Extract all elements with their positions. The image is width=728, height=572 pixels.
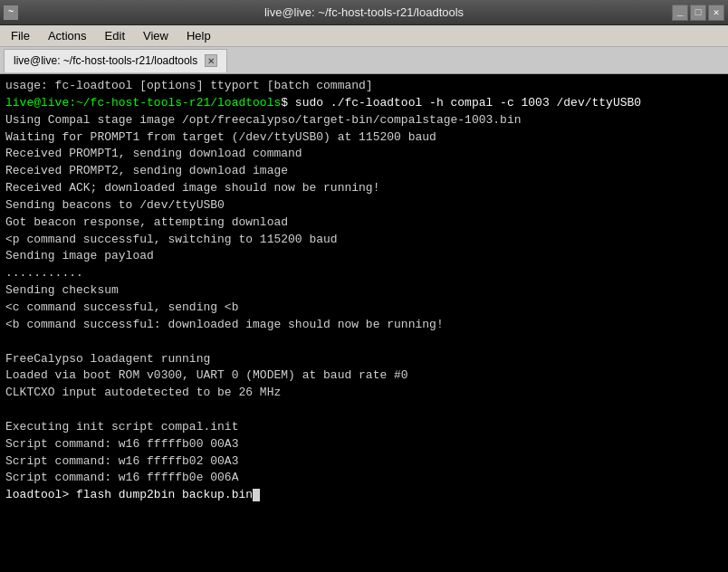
terminal-line: ........... [5, 265, 723, 282]
terminal-line: Sending checksum [5, 282, 723, 300]
terminal-line: Script command: w16 fffffb00 00A3 [5, 436, 723, 453]
terminal-line: Sending beacons to /dev/ttyUSB0 [5, 197, 723, 214]
terminal-line: live@live:~/fc-host-tools-r21/loadtools$… [5, 95, 723, 112]
menu-edit[interactable]: Edit [98, 27, 132, 44]
terminal-line: Sending image payload [5, 248, 723, 265]
menu-help[interactable]: Help [179, 27, 218, 44]
terminal-line: Got beacon response, attempting download [5, 214, 723, 232]
terminal-icon: ~ [4, 5, 18, 20]
terminal-line: Received PROMPT1, sending download comma… [5, 146, 723, 163]
minimize-button[interactable]: _ [672, 5, 688, 21]
terminal-area[interactable]: usage: fc-loadtool [options] ttyport [ba… [0, 74, 728, 572]
terminal-line: Waiting for PROMPT1 from target (/dev/tt… [5, 129, 723, 147]
terminal-line: <c command successful, sending <b [5, 300, 723, 317]
menu-bar: File Actions Edit View Help [0, 25, 728, 47]
terminal-line: FreeCalypso loadagent running [5, 351, 723, 368]
terminal-line: Loaded via boot ROM v0300, UART 0 (MODEM… [5, 367, 723, 385]
terminal-line: Using Compal stage image /opt/freecalyps… [5, 112, 723, 129]
terminal-line: Executing init script compal.init [5, 419, 723, 436]
terminal-line: <b command successful: downloaded image … [5, 317, 723, 334]
maximize-button[interactable]: □ [690, 5, 706, 21]
close-window-button[interactable]: ✕ [708, 5, 724, 21]
terminal-line: Received PROMPT2, sending download image [5, 163, 723, 180]
terminal-line: Script command: w16 fffffb0e 006A [5, 470, 723, 487]
menu-view[interactable]: View [136, 27, 176, 44]
tab-close-button[interactable]: ✕ [205, 54, 217, 67]
menu-actions[interactable]: Actions [41, 27, 94, 44]
menu-file[interactable]: File [4, 27, 37, 44]
title-bar-left: ~ [4, 5, 18, 20]
tab-bar: live@live: ~/fc-host-tools-r21/loadtools… [0, 47, 728, 74]
terminal-line: usage: fc-loadtool [options] ttyport [ba… [5, 78, 723, 95]
terminal-line: Received ACK; downloaded image should no… [5, 180, 723, 197]
title-bar: ~ live@live: ~/fc-host-tools-r21/loadtoo… [0, 0, 728, 25]
tab-main[interactable]: live@live: ~/fc-host-tools-r21/loadtools… [4, 49, 227, 72]
terminal-line: CLKTCXO input autodetected to be 26 MHz [5, 385, 723, 402]
terminal-line [5, 402, 723, 419]
title-bar-title: live@live: ~/fc-host-tools-r21/loadtools [0, 5, 728, 19]
terminal-line: Script command: w16 fffffb02 00A3 [5, 453, 723, 471]
tab-label: live@live: ~/fc-host-tools-r21/loadtools [14, 54, 197, 67]
terminal-line: loadtool> flash dump2bin backup.bin [5, 487, 723, 504]
terminal-line [5, 334, 723, 351]
terminal-line: <p command successful, switching to 1152… [5, 232, 723, 249]
title-bar-controls: _ □ ✕ [672, 5, 724, 21]
